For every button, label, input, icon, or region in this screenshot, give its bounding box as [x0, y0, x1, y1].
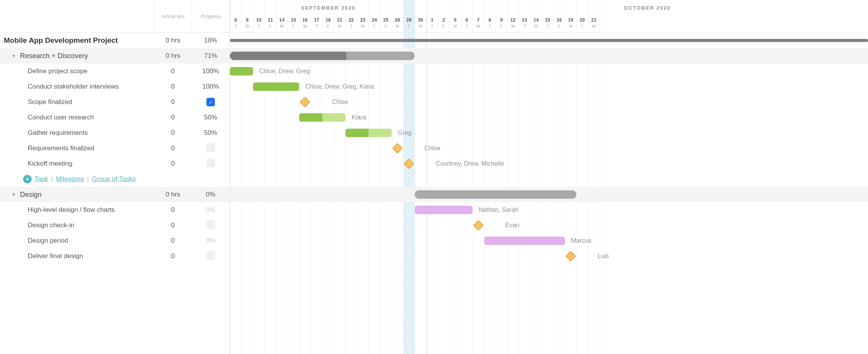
- day-header[interactable]: 12M: [507, 15, 519, 33]
- column-header-actual[interactable]: Actual Hrs: [154, 0, 192, 32]
- day-header[interactable]: 30W: [415, 15, 426, 33]
- task-name[interactable]: High-level design / flow charts: [0, 206, 154, 214]
- day-header[interactable]: 23W: [357, 15, 369, 33]
- project-row[interactable]: Mobile App Development Project0 hrs10%: [0, 33, 230, 48]
- task-row[interactable]: Design check-in0: [0, 218, 230, 233]
- day-header[interactable]: 9W: [241, 15, 253, 33]
- progress-check-empty[interactable]: [206, 143, 215, 152]
- day-header[interactable]: 1T: [426, 15, 438, 33]
- add-icon[interactable]: +: [23, 175, 32, 183]
- timeline-row[interactable]: Courtney, Drew, Michelle: [230, 156, 868, 171]
- summary-bar[interactable]: [415, 190, 576, 199]
- timeline-row[interactable]: Greg: [230, 125, 868, 141]
- milestone-diamond[interactable]: [392, 143, 403, 154]
- day-header[interactable]: 29T: [403, 15, 415, 33]
- day-header[interactable]: 8T: [230, 15, 241, 33]
- task-name[interactable]: Conduct stakeholder interviews: [0, 83, 154, 91]
- task-bar[interactable]: Chloe, Drew, Greg, Kiara: [253, 82, 299, 91]
- day-header[interactable]: 24T: [369, 15, 380, 33]
- day-header[interactable]: 21M: [334, 15, 345, 33]
- milestone-diamond[interactable]: [565, 251, 576, 262]
- task-name[interactable]: Design period: [0, 237, 154, 245]
- task-row[interactable]: High-level design / flow charts00%: [0, 202, 230, 218]
- task-row[interactable]: Conduct user research050%: [0, 110, 230, 125]
- task-row[interactable]: Define project scope0100%: [0, 64, 230, 79]
- day-header[interactable]: 5M: [449, 15, 461, 33]
- group-name[interactable]: ▼Research + Discovery: [0, 52, 154, 60]
- timeline-row[interactable]: Marcus: [230, 233, 868, 248]
- day-header[interactable]: 14W: [530, 15, 542, 33]
- day-header[interactable]: 10T: [253, 15, 265, 33]
- task-name[interactable]: Kickoff meeting: [0, 160, 154, 168]
- task-name[interactable]: Deliver final design: [0, 252, 154, 260]
- progress-check-empty[interactable]: [206, 251, 215, 260]
- add-milestone-link[interactable]: Milestone: [56, 175, 84, 183]
- task-row[interactable]: Kickoff meeting0: [0, 156, 230, 171]
- timeline-row[interactable]: Luis: [230, 248, 868, 264]
- milestone-diamond[interactable]: [473, 220, 484, 231]
- day-header[interactable]: 15T: [288, 15, 299, 33]
- day-header[interactable]: 21W: [588, 15, 600, 33]
- task-name[interactable]: Design check-in: [0, 221, 154, 229]
- day-header[interactable]: 14M: [276, 15, 288, 33]
- task-bar[interactable]: Nathan, Sarah: [415, 206, 473, 214]
- timeline-row[interactable]: Chloe: [230, 141, 868, 156]
- day-header[interactable]: 22T: [345, 15, 357, 33]
- timeline-row[interactable]: Kiara: [230, 110, 868, 125]
- progress-check-empty[interactable]: [206, 159, 215, 167]
- day-header[interactable]: 6T: [461, 15, 473, 33]
- task-bar[interactable]: Greg: [345, 129, 392, 137]
- timeline-row[interactable]: Chloe: [230, 94, 868, 110]
- day-header[interactable]: 16F: [553, 15, 565, 33]
- timeline-row[interactable]: [230, 33, 868, 48]
- day-header[interactable]: 11F: [265, 15, 276, 33]
- day-header[interactable]: 28M: [392, 15, 403, 33]
- summary-bar[interactable]: [230, 52, 415, 60]
- task-row[interactable]: Design period00%: [0, 233, 230, 248]
- timeline-row[interactable]: Chloe, Drew, Greg, Kiara: [230, 79, 868, 94]
- task-row[interactable]: Requirements finalized0: [0, 141, 230, 156]
- group-row[interactable]: ▼Research + Discovery0 hrs71%: [0, 48, 230, 64]
- day-header[interactable]: 15T: [542, 15, 553, 33]
- day-header[interactable]: 7W: [473, 15, 484, 33]
- timeline-row[interactable]: Chloe, Drew, Greg: [230, 64, 868, 79]
- task-bar[interactable]: Kiara: [299, 113, 345, 122]
- task-name[interactable]: Conduct user research: [0, 114, 154, 121]
- day-header[interactable]: 13T: [519, 15, 530, 33]
- timeline-panel[interactable]: SEPTEMBER 2020OCTOBER 2020 8T9W10T11F14M…: [230, 0, 868, 354]
- day-header[interactable]: 18F: [322, 15, 334, 33]
- caret-down-icon[interactable]: ▼: [12, 192, 18, 197]
- progress-check-done[interactable]: ✓: [206, 98, 215, 106]
- task-row[interactable]: Deliver final design0: [0, 248, 230, 264]
- task-name[interactable]: Requirements finalized: [0, 144, 154, 152]
- task-row[interactable]: Conduct stakeholder interviews0100%: [0, 79, 230, 94]
- day-header[interactable]: 17T: [311, 15, 322, 33]
- milestone-diamond[interactable]: [404, 158, 414, 169]
- task-row[interactable]: Gather requirements050%: [0, 125, 230, 141]
- group-row[interactable]: ▼Design0 hrs0%: [0, 187, 230, 202]
- day-header[interactable]: 20T: [576, 15, 588, 33]
- group-name[interactable]: ▼Design: [0, 191, 154, 199]
- task-bar[interactable]: Marcus: [484, 237, 565, 245]
- progress-check-empty[interactable]: [206, 220, 215, 229]
- task-bar[interactable]: Chloe, Drew, Greg: [230, 67, 253, 75]
- milestone-diamond[interactable]: [300, 97, 310, 107]
- day-header[interactable]: 8T: [484, 15, 496, 33]
- timeline-row[interactable]: Nathan, Sarah: [230, 202, 868, 218]
- day-header[interactable]: 19M: [565, 15, 576, 33]
- task-row[interactable]: Scope finalized0✓: [0, 94, 230, 110]
- timeline-row[interactable]: Evan: [230, 218, 868, 233]
- day-header[interactable]: 25F: [380, 15, 392, 33]
- project-name[interactable]: Mobile App Development Project: [0, 36, 154, 45]
- day-header[interactable]: 9F: [496, 15, 507, 33]
- timeline-row[interactable]: [230, 187, 868, 202]
- project-bar[interactable]: [230, 39, 868, 42]
- timeline-row[interactable]: [230, 48, 868, 64]
- add-task-link[interactable]: Task: [35, 175, 48, 183]
- add-group-link[interactable]: Group of Tasks: [92, 175, 136, 183]
- caret-down-icon[interactable]: ▼: [12, 54, 18, 58]
- task-name[interactable]: Gather requirements: [0, 129, 154, 137]
- task-name[interactable]: Scope finalized: [0, 98, 154, 106]
- column-header-progress[interactable]: Progress: [192, 0, 230, 32]
- day-header[interactable]: 16W: [299, 15, 311, 33]
